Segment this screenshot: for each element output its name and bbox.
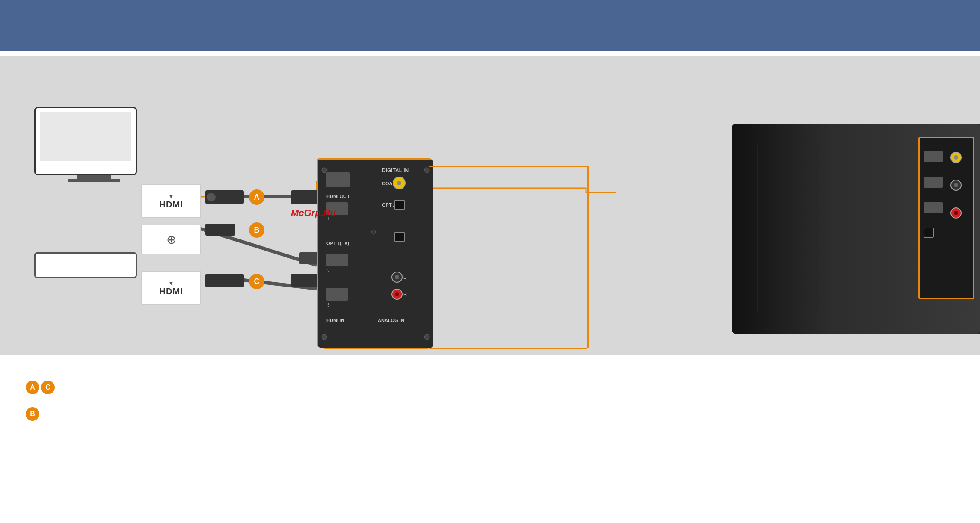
- connection-panel: TV·ARC HDMI OUT DIGITAL IN COAX OPT 2 1 …: [317, 158, 432, 346]
- svg-point-45: [954, 155, 958, 160]
- svg-rect-18: [326, 254, 348, 266]
- main-diagram: ▼ HDMI ⊕ ▼ HDMI A B C TV·ARC: [0, 56, 980, 355]
- svg-point-49: [954, 211, 958, 215]
- svg-point-35: [424, 334, 429, 340]
- bottom-orange-line: [429, 348, 587, 349]
- optical-box: ⊕: [141, 225, 201, 254]
- svg-text:ANALOG IN: ANALOG IN: [378, 318, 404, 323]
- hdmi-box-stb: ▼ HDMI: [141, 271, 201, 305]
- svg-rect-25: [395, 232, 404, 242]
- svg-text:L: L: [403, 275, 406, 280]
- optical-icon: ⊕: [166, 233, 176, 247]
- svg-point-27: [395, 275, 399, 279]
- soundbar-back-panel: [918, 137, 974, 299]
- label-group-ac: A C: [26, 381, 55, 394]
- right-orange-line: [587, 166, 589, 348]
- cable-connector-a-left: [205, 190, 244, 204]
- tv-device: [34, 107, 154, 192]
- circle-c: C: [41, 381, 55, 394]
- svg-text:DIGITAL IN: DIGITAL IN: [382, 168, 409, 174]
- tv-stand: [77, 175, 111, 179]
- label-circles-ac: A C: [26, 381, 55, 394]
- svg-text:R: R: [403, 292, 407, 297]
- svg-point-32: [322, 168, 327, 173]
- svg-rect-43: [924, 202, 943, 213]
- svg-rect-24: [395, 200, 404, 210]
- tv-outline: [34, 107, 137, 175]
- hdmi-label-stb: HDMI: [159, 287, 183, 296]
- svg-rect-36: [326, 172, 350, 187]
- tv-screen: [40, 112, 131, 161]
- svg-rect-20: [326, 288, 348, 301]
- hdmi-box-tv: ▼ HDMI: [141, 184, 201, 218]
- panel-svg: TV·ARC HDMI OUT DIGITAL IN COAX OPT 2 1 …: [318, 160, 433, 348]
- back-panel-svg: [920, 138, 975, 301]
- top-bar: [0, 0, 980, 51]
- svg-point-34: [322, 334, 327, 340]
- svg-text:HDMI OUT: HDMI OUT: [326, 194, 350, 199]
- svg-text:OPT 2: OPT 2: [382, 202, 396, 207]
- svg-point-47: [954, 183, 958, 187]
- svg-text:HDMI IN: HDMI IN: [326, 318, 344, 323]
- label-group-b: B: [26, 407, 954, 421]
- top-orange-line: [429, 166, 587, 167]
- svg-text:2: 2: [327, 269, 330, 273]
- circle-label-b: B: [249, 222, 264, 238]
- svg-point-37: [371, 230, 376, 234]
- svg-rect-13: [326, 202, 348, 215]
- svg-point-30: [395, 292, 399, 296]
- hdmi-label-tv: HDMI: [159, 200, 183, 210]
- hdmi-arrow-tv: ▼: [168, 193, 174, 200]
- circle-b: B: [26, 407, 39, 421]
- svg-point-33: [424, 168, 429, 173]
- bottom-labels: A C: [26, 376, 954, 394]
- stb-device: [34, 252, 137, 278]
- circle-label-a: A: [249, 189, 264, 205]
- circle-a: A: [26, 381, 39, 394]
- cable-connector-c-left: [205, 274, 244, 287]
- bottom-section: A C B: [0, 355, 980, 434]
- soundbar-body: [732, 124, 980, 334]
- svg-text:3: 3: [327, 303, 330, 307]
- svg-text:1: 1: [327, 216, 330, 221]
- svg-rect-50: [924, 228, 933, 237]
- circle-label-c: C: [249, 274, 264, 289]
- svg-rect-42: [924, 177, 943, 188]
- svg-point-23: [397, 181, 401, 185]
- svg-text:OPT 1(TV): OPT 1(TV): [326, 241, 349, 246]
- hdmi-arrow-stb: ▼: [168, 280, 174, 287]
- svg-rect-41: [924, 151, 943, 162]
- tv-base: [68, 179, 120, 182]
- cable-connector-b-left: [205, 224, 235, 236]
